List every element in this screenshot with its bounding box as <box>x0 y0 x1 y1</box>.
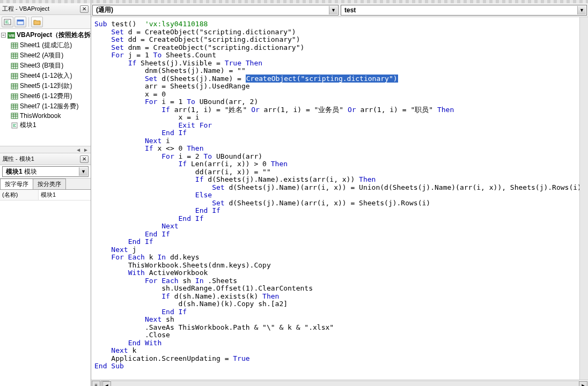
code-line[interactable]: For j = 1 To Sheets.Count <box>94 51 588 60</box>
code-line[interactable]: For i = 2 To UBound(arr) <box>94 153 588 161</box>
left-panel: 工程 - VBAProject ✕ − VB VBAProject（按照姓名拆 … <box>0 3 91 386</box>
svg-rect-8 <box>11 43 18 48</box>
code-line[interactable]: If Sheets(j).Visible = True Then <box>94 60 588 68</box>
sheet-node[interactable]: Sheet3 (B项目) <box>11 61 91 71</box>
code-line[interactable]: If d(Sheets(j).Name).exists(arr(i, x)) T… <box>94 176 588 184</box>
code-line[interactable]: Set dnm = CreateObject("scripting.dictio… <box>94 44 588 52</box>
pane-splitter-strip-1[interactable]: ◄ ► <box>0 146 91 153</box>
code-line[interactable]: Application.ScreenUpdating = True <box>94 355 588 363</box>
sheet-node[interactable]: Sheet2 (A项目) <box>11 50 91 61</box>
code-line[interactable]: End If <box>94 215 588 223</box>
project-root-node[interactable]: − VB VBAProject（按照姓名拆 <box>1 30 91 40</box>
code-line[interactable]: If arr(1, i) = "姓名" Or arr(1, i) = "业务员"… <box>94 106 588 114</box>
property-value[interactable]: 模块1 <box>39 190 91 200</box>
code-line[interactable]: dd(arr(i, x)) = "" <box>94 168 588 176</box>
code-line[interactable]: Next k <box>94 347 588 355</box>
scroll-right-button[interactable]: ► <box>579 381 587 387</box>
code-line[interactable]: Set d(Sheets(j).Name) = CreateObject("sc… <box>94 75 588 83</box>
code-line[interactable]: For Each k In dd.keys <box>94 254 588 262</box>
vertical-scrollbar[interactable] <box>579 17 588 380</box>
sheet-node[interactable]: Sheet7 (1-12服务费) <box>11 101 91 112</box>
code-line[interactable]: If x <> 0 Then <box>94 145 588 153</box>
properties-object-name: 模块1 <box>6 168 23 175</box>
code-line[interactable]: End If <box>94 238 588 246</box>
code-line[interactable]: If d(sh.Name).exists(k) Then <box>94 293 588 301</box>
horizontal-scrollbar[interactable]: ◄ ► <box>111 381 579 387</box>
procedure-view-button[interactable]: ≡ <box>92 381 100 387</box>
code-line[interactable]: arr = Sheets(j).UsedRange <box>94 83 588 91</box>
svg-rect-23 <box>11 73 18 79</box>
properties-grid[interactable]: (名称)模块1 <box>0 190 91 386</box>
sheet-node[interactable]: Sheet1 (提成汇总) <box>11 40 91 50</box>
tab-categorized[interactable]: 按分类序 <box>33 179 66 189</box>
code-line[interactable]: Next <box>94 222 588 231</box>
code-line[interactable]: ThisWorkbook.Sheets(dnm.keys).Copy <box>94 262 588 270</box>
object-combo[interactable]: (通用) ▼ <box>92 5 339 16</box>
property-row[interactable]: (名称)模块1 <box>0 190 91 201</box>
code-line[interactable]: Exit For <box>94 122 588 130</box>
sheet-node[interactable]: Sheet5 (1-12到款) <box>11 81 91 91</box>
code-line[interactable]: x = 0 <box>94 91 588 99</box>
code-line[interactable]: x = i <box>94 114 588 122</box>
code-line[interactable]: For i = 1 To UBound(arr, 2) <box>94 98 588 106</box>
properties-tabs: 按字母序 按分类序 <box>0 179 91 190</box>
toolbar-divider <box>28 17 29 27</box>
tree-item-label: Sheet2 (A项目) <box>20 51 63 60</box>
view-object-button[interactable] <box>14 17 26 27</box>
sheet-node[interactable]: ThisWorkbook <box>11 112 91 120</box>
code-line[interactable]: Next sh <box>94 316 588 324</box>
sheet-node[interactable]: Sheet4 (1-12收入) <box>11 71 91 81</box>
project-explorer-close-button[interactable]: ✕ <box>80 5 89 13</box>
code-line[interactable]: sh.UsedRange.Offset(1).ClearContents <box>94 285 588 293</box>
worksheet-icon <box>11 73 18 79</box>
code-line[interactable]: d(sh.Name)(k).Copy sh.[a2] <box>94 300 588 308</box>
sheet-node[interactable]: Sheet6 (1-12费用) <box>11 91 91 101</box>
scroll-right-icon[interactable]: ► <box>82 147 90 153</box>
tree-item-label: Sheet4 (1-12收入) <box>20 71 72 80</box>
properties-close-button[interactable]: ✕ <box>80 155 89 163</box>
code-editor[interactable]: Sub test() 'vx:lsy04110188 Set d = Creat… <box>91 17 588 380</box>
svg-rect-5 <box>17 20 24 21</box>
code-line[interactable]: If Len(arr(i, x)) > 0 Then <box>94 160 588 168</box>
code-line[interactable]: Set d(Sheets(j).Name)(arr(i, x)) = Union… <box>94 184 588 192</box>
code-line[interactable]: Next i <box>94 137 588 145</box>
horizontal-scrollbar-area: ≡ ▦ ◄ ► <box>91 380 588 386</box>
code-line[interactable]: With ActiveWorkbook <box>94 269 588 277</box>
vba-ide: 工程 - VBAProject ✕ − VB VBAProject（按照姓名拆 … <box>0 3 588 386</box>
svg-rect-43 <box>11 113 18 118</box>
procedure-combo[interactable]: test ▼ <box>341 5 587 16</box>
tab-alphabetic[interactable]: 按字母序 <box>0 179 33 189</box>
tree-item-label: Sheet1 (提成汇总) <box>20 41 72 50</box>
code-line[interactable]: End If <box>94 231 588 239</box>
code-line[interactable]: Next j <box>94 246 588 254</box>
svg-text:VB: VB <box>9 33 14 38</box>
code-line[interactable]: .Close <box>94 331 588 339</box>
code-line[interactable]: Sub test() 'vx:lsy04110188 <box>94 20 588 28</box>
code-line[interactable]: End If <box>94 129 588 137</box>
project-tree[interactable]: − VB VBAProject（按照姓名拆 Sheet1 (提成汇总)Sheet… <box>0 29 91 146</box>
code-line[interactable]: dnm(Sheets(j).Name) = "" <box>94 67 588 75</box>
code-line[interactable]: End If <box>94 207 588 215</box>
module-node[interactable]: 模块1 <box>11 120 91 130</box>
toggle-folders-button[interactable] <box>31 17 43 27</box>
code-line[interactable]: Else <box>94 191 588 199</box>
workbook-icon <box>11 113 18 119</box>
code-line[interactable]: Set d = CreateObject("scripting.dictiona… <box>94 28 588 36</box>
code-line[interactable]: End With <box>94 339 588 347</box>
properties-title: 属性 - 模块1 <box>2 155 80 163</box>
code-line[interactable]: End If <box>94 308 588 316</box>
code-panel: (通用) ▼ test ▼ Sub test() 'vx:lsy04110188… <box>91 3 588 386</box>
code-line[interactable]: Set d(Sheets(j).Name)(arr(i, x)) = Sheet… <box>94 199 588 207</box>
worksheet-icon <box>11 103 18 110</box>
properties-object-combo[interactable]: 模块1 模块 ▼ <box>2 166 89 177</box>
object-combo-value: (通用) <box>96 5 113 14</box>
code-line[interactable]: End Sub <box>94 362 588 370</box>
collapse-icon[interactable]: − <box>1 33 6 38</box>
properties-object-type: 模块 <box>24 168 37 175</box>
scroll-left-button[interactable]: ◄ <box>102 381 111 387</box>
code-line[interactable]: Set dd = CreateObject("scripting.diction… <box>94 36 588 44</box>
scroll-left-icon[interactable]: ◄ <box>75 147 82 153</box>
code-line[interactable]: For Each sh In .Sheets <box>94 277 588 285</box>
view-code-button[interactable] <box>2 17 13 27</box>
code-line[interactable]: .SaveAs ThisWorkbook.Path & "\" & k & ".… <box>94 324 588 332</box>
